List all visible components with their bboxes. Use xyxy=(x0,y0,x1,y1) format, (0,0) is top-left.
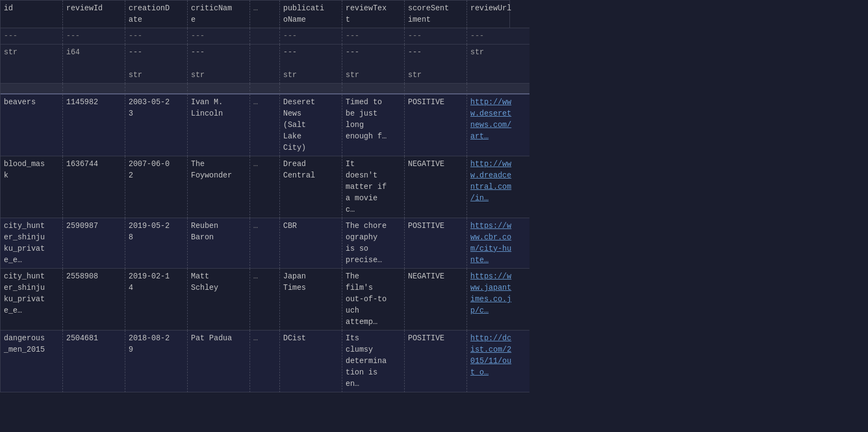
cell-scoresentiment-0: POSITIVE xyxy=(405,94,467,156)
col-header-id: id xyxy=(1,1,63,28)
cell-reviewurl-0[interactable]: http://www.deseretnews.com/art… xyxy=(467,94,529,156)
type-id: str xyxy=(1,45,63,84)
cell-scoresentiment-3: NEGATIVE xyxy=(405,269,467,331)
col-header-criticname: criticName xyxy=(188,1,250,28)
col-header-reviewid: reviewId xyxy=(63,1,125,28)
thick-sep-1 xyxy=(63,84,125,94)
col-header-ellipsis: … xyxy=(250,1,280,28)
table-separator-1: --- --- --- --- --- --- --- --- xyxy=(1,28,509,45)
cell-reviewtext-1: Itdoesn'tmatter ifa moviec… xyxy=(342,156,405,218)
cell-publicationname-0: DeseretNews(SaltLakeCity) xyxy=(280,94,342,156)
cell-creationdate-3: 2019-02-14 xyxy=(125,269,188,331)
table-row: dangerous_men_2015 2504681 2018-08-29 Pa… xyxy=(1,331,509,392)
cell-creationdate-4: 2018-08-29 xyxy=(125,331,188,392)
cell-reviewid-2: 2590987 xyxy=(63,218,125,269)
type-reviewurl: str xyxy=(467,45,529,84)
cell-criticname-0: Ivan M.Lincoln xyxy=(188,94,250,156)
cell-criticname-4: Pat Padua xyxy=(188,331,250,392)
thick-sep-0 xyxy=(1,84,63,94)
cell-criticname-2: ReubenBaron xyxy=(188,218,250,269)
table-row: city_hunter_shinjuku_private_e… 2558908 … xyxy=(1,269,509,331)
cell-reviewid-4: 2504681 xyxy=(63,331,125,392)
table-row: blood_mask 1636744 2007-06-02 TheFoywond… xyxy=(1,156,509,218)
cell-publicationname-1: DreadCentral xyxy=(280,156,342,218)
cell-reviewurl-1[interactable]: http://www.dreadcentral.com/in… xyxy=(467,156,529,218)
cell-publicationname-4: DCist xyxy=(280,331,342,392)
col-header-publicationname: publicatioName xyxy=(280,1,342,28)
thick-sep-2 xyxy=(125,84,188,94)
sep-publicationname: --- xyxy=(280,28,342,45)
cell-id-2: city_hunter_shinjuku_private_e… xyxy=(1,218,63,269)
cell-id-3: city_hunter_shinjuku_private_e… xyxy=(1,269,63,331)
cell-creationdate-1: 2007-06-02 xyxy=(125,156,188,218)
cell-creationdate-2: 2019-05-28 xyxy=(125,218,188,269)
cell-reviewtext-0: Timed tobe justlongenough f… xyxy=(342,94,405,156)
type-reviewid: i64 xyxy=(63,45,125,84)
cell-scoresentiment-1: NEGATIVE xyxy=(405,156,467,218)
col-header-creationdate: creationDate xyxy=(125,1,188,28)
col-header-scoresentiment: scoreSentiment xyxy=(405,1,467,28)
col-header-reviewtext: reviewText xyxy=(342,1,405,28)
thick-sep-8 xyxy=(467,84,529,94)
type-criticname: ---str xyxy=(188,45,250,84)
thick-sep-6 xyxy=(342,84,405,94)
type-scoresentiment: ---str xyxy=(405,45,467,84)
cell-id-1: blood_mask xyxy=(1,156,63,218)
thick-sep-7 xyxy=(405,84,467,94)
cell-id-0: beavers xyxy=(1,94,63,156)
cell-criticname-3: MattSchley xyxy=(188,269,250,331)
sep-reviewurl: --- xyxy=(467,28,529,45)
sep-ellipsis xyxy=(250,28,280,45)
type-reviewtext: ---str xyxy=(342,45,405,84)
type-publicationname: ---str xyxy=(280,45,342,84)
sep-creationdate: --- xyxy=(125,28,188,45)
cell-reviewurl-4[interactable]: http://dcist.com/2015/11/out_o… xyxy=(467,331,529,392)
cell-scoresentiment-4: POSITIVE xyxy=(405,331,467,392)
cell-publicationname-3: JapanTimes xyxy=(280,269,342,331)
sep-reviewid: --- xyxy=(63,28,125,45)
type-ellipsis xyxy=(250,45,280,84)
thick-sep-3 xyxy=(188,84,250,94)
sep-id: --- xyxy=(1,28,63,45)
cell-creationdate-0: 2003-05-23 xyxy=(125,94,188,156)
cell-scoresentiment-2: POSITIVE xyxy=(405,218,467,269)
table-header-row: id reviewId creationDate criticName … pu… xyxy=(1,1,509,28)
cell-ellipsis-4: … xyxy=(250,331,280,392)
cell-criticname-1: TheFoywonder xyxy=(188,156,250,218)
thick-sep-4 xyxy=(250,84,280,94)
table-thick-separator xyxy=(1,84,509,94)
cell-reviewtext-4: Itsclumsydetermination isen… xyxy=(342,331,405,392)
cell-ellipsis-2: … xyxy=(250,218,280,269)
col-header-reviewurl: reviewUrl xyxy=(467,1,529,28)
cell-ellipsis-1: … xyxy=(250,156,280,218)
cell-reviewid-3: 2558908 xyxy=(63,269,125,331)
sep-reviewtext: --- xyxy=(342,28,405,45)
table-row: city_hunter_shinjuku_private_e… 2590987 … xyxy=(1,218,509,269)
table-row: beavers 1145982 2003-05-23 Ivan M.Lincol… xyxy=(1,94,509,156)
cell-reviewtext-3: Thefilm'sout-of-touchattemp… xyxy=(342,269,405,331)
sep-criticname: --- xyxy=(188,28,250,45)
cell-reviewid-0: 1145982 xyxy=(63,94,125,156)
table-type-row: str i64 ---str ---str ---str ---str ---s… xyxy=(1,45,509,84)
sep-scoresentiment: --- xyxy=(405,28,467,45)
data-table: id reviewId creationDate criticName … pu… xyxy=(0,0,510,392)
cell-reviewtext-2: The choreographyis soprecise… xyxy=(342,218,405,269)
cell-reviewurl-3[interactable]: https://www.japantimes.co.jp/c… xyxy=(467,269,529,331)
cell-reviewid-1: 1636744 xyxy=(63,156,125,218)
type-creationdate: ---str xyxy=(125,45,188,84)
cell-ellipsis-3: … xyxy=(250,269,280,331)
cell-ellipsis-0: … xyxy=(250,94,280,156)
cell-reviewurl-2[interactable]: https://www.cbr.com/city-hunte… xyxy=(467,218,529,269)
cell-publicationname-2: CBR xyxy=(280,218,342,269)
thick-sep-5 xyxy=(280,84,342,94)
cell-id-4: dangerous_men_2015 xyxy=(1,331,63,392)
